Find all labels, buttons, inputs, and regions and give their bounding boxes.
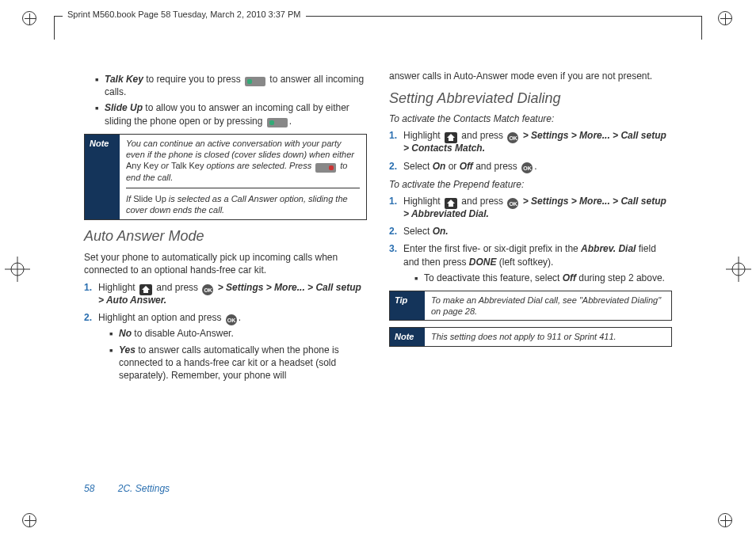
ok-icon (521, 162, 533, 173)
crop-mark-bottom-right (710, 505, 742, 537)
section-reference: 2C. Settings (118, 483, 170, 494)
talk-key-icon (267, 118, 288, 127)
auto-step-2: Highlight an option and press . No to di… (84, 311, 367, 382)
ok-icon (226, 314, 237, 325)
label-slide-up: Slide Up (105, 102, 143, 113)
ok-icon (202, 284, 213, 295)
bullet-slide-up: Slide Up to allow you to answer an incom… (95, 101, 367, 127)
carryover-text: answer calls in Auto-Answer mode even if… (389, 70, 672, 82)
registration-mark-right (723, 253, 754, 285)
registration-mark-left (2, 253, 33, 285)
talk-key-icon (245, 77, 265, 86)
home-icon (445, 198, 457, 209)
subhead-contacts-match: To activate the Contacts Match feature: (389, 113, 672, 124)
crop-mark-bottom-left (14, 505, 46, 537)
note2-text: This setting does not apply to 911 or Sp… (431, 331, 617, 342)
note-part-2: If Slide Up is selected as a Call Answer… (126, 188, 360, 216)
bullet-talk-key: Talk Key to require you to press to answ… (95, 73, 367, 98)
home-icon (139, 284, 152, 295)
tip-callout: Tip To make an Abbreviated Dial call, se… (389, 291, 672, 321)
note-callout: Note You can continue an active conversa… (84, 134, 367, 220)
home-icon (445, 132, 457, 143)
tip-label: Tip (390, 291, 425, 321)
pp-step-3: Enter the first five- or six-digit prefi… (389, 242, 672, 284)
tip-text: To make an Abbreviated Dial call, see "A… (431, 295, 665, 318)
page-header-frame: Sprint M560.book Page 58 Tuesday, March … (54, 16, 702, 40)
bullet-no: No to disable Auto-Answer. (109, 327, 367, 340)
bullet-deactivate: To deactivate this feature, select Off d… (414, 272, 672, 284)
label-talk-key: Talk Key (105, 74, 143, 85)
heading-abbrev-dial: Setting Abbreviated Dialing (389, 90, 672, 107)
crop-mark-top-right (710, 3, 742, 35)
ok-icon (507, 132, 518, 143)
end-key-icon (315, 163, 336, 173)
page-header-text: Sprint M560.book Page 58 Tuesday, March … (63, 10, 306, 19)
page-content: Talk Key to require you to press to answ… (84, 70, 672, 481)
auto-answer-intro: Set your phone to automatically pick up … (84, 251, 367, 276)
pp-step-2: Select On. (389, 225, 672, 238)
heading-auto-answer: Auto Answer Mode (84, 228, 367, 245)
ok-icon (507, 198, 518, 209)
right-column: answer calls in Auto-Answer mode even if… (389, 70, 672, 481)
note2-callout: Note This setting does not apply to 911 … (389, 327, 672, 346)
bullet-yes: Yes to answer calls automatically when t… (109, 344, 367, 382)
note-label: Note (85, 135, 120, 219)
crop-mark-top-left (14, 3, 46, 35)
pp-step-1: Highlight and press > Settings > More...… (389, 195, 672, 220)
left-column: Talk Key to require you to press to answ… (84, 70, 367, 481)
note-part-1: You can continue an active conversation … (126, 138, 360, 183)
page-number: 58 (84, 483, 94, 494)
subhead-prepend: To activate the Prepend feature: (389, 179, 672, 190)
note2-label: Note (390, 328, 425, 345)
cm-step-1: Highlight and press > Settings > More...… (389, 129, 672, 154)
auto-step-1: Highlight and press > Settings > More...… (84, 281, 367, 306)
cm-step-2: Select On or Off and press . (389, 160, 672, 173)
page-footer: 58 2C. Settings (84, 483, 170, 494)
